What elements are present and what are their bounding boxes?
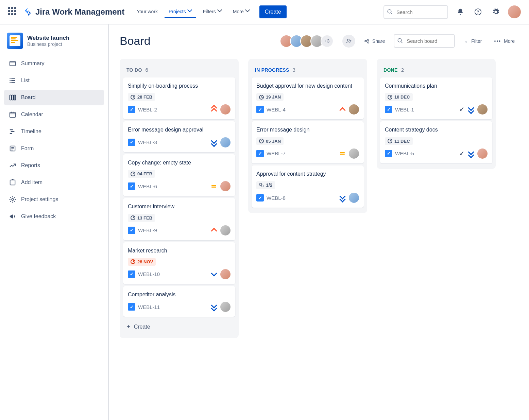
page-title: Board <box>120 34 151 48</box>
issue-card[interactable]: Approval for content strategy1/2WEBL-8 <box>252 165 364 208</box>
sidebar-item-list[interactable]: List <box>4 73 104 88</box>
issue-key: WEBL-3 <box>138 139 157 145</box>
assignee-avatar[interactable] <box>220 225 231 235</box>
card-title: Customer interview <box>128 203 231 210</box>
priority-lowest-icon <box>210 139 218 146</box>
assignee-avatar[interactable] <box>220 137 231 147</box>
sidebar-item-timeline[interactable]: Timeline <box>4 124 104 139</box>
sidebar-item-reports[interactable]: Reports <box>4 158 104 173</box>
issue-card[interactable]: Error message design05 JANWEBL-7 <box>252 121 364 163</box>
subtasks-chip: 1/2 <box>256 181 275 189</box>
column-header[interactable]: DONE 2 <box>380 62 492 77</box>
issue-card[interactable]: Customer interview13 FEBWEBL-9 <box>123 198 235 240</box>
assignee-avatar[interactable] <box>349 193 359 203</box>
issue-card[interactable]: Market research28 NOVWEBL-10 <box>123 242 235 284</box>
app-switcher-icon[interactable] <box>8 7 18 17</box>
issue-type-icon <box>128 106 135 113</box>
due-date-chip: 13 FEB <box>128 214 155 222</box>
svg-rect-12 <box>10 95 12 100</box>
priority-lowest-icon <box>210 303 218 311</box>
issue-card[interactable]: Content strategy docs11 DECWEBL-5✓ <box>380 121 492 163</box>
sidebar-item-calendar[interactable]: Calendar <box>4 107 104 122</box>
assignee-avatar[interactable] <box>220 302 231 312</box>
settings-icon[interactable] <box>490 6 501 17</box>
issue-card[interactable]: Simplify on-boarding process28 FEBWEBL-2 <box>123 77 235 119</box>
assignee-avatar[interactable] <box>349 104 359 115</box>
done-check-icon: ✓ <box>459 106 464 113</box>
user-avatar[interactable] <box>508 5 521 18</box>
subtask-icon <box>259 183 264 188</box>
more-button[interactable]: •••More <box>491 36 518 47</box>
sidebar-item-feedback[interactable]: Give feedback <box>4 209 104 224</box>
card-title: Market research <box>128 247 231 255</box>
add-item-icon <box>9 179 16 186</box>
assignee-avatar[interactable] <box>349 148 359 159</box>
filter-button[interactable]: Filter <box>460 36 485 47</box>
svg-point-9 <box>10 78 11 79</box>
nav-projects[interactable]: Projects <box>165 6 196 18</box>
project-icon <box>7 33 23 49</box>
issue-type-icon <box>256 194 264 202</box>
svg-line-37 <box>366 41 368 42</box>
priority-lowest-icon <box>467 106 475 113</box>
create-issue-button[interactable]: +Create <box>123 319 235 335</box>
assignee-avatar[interactable] <box>477 148 488 159</box>
assignee-avatar[interactable] <box>220 181 231 191</box>
clock-icon <box>259 139 264 143</box>
sidebar-item-add[interactable]: Add item <box>4 175 104 190</box>
share-icon <box>364 38 370 44</box>
issue-key: WEBL-9 <box>138 227 157 233</box>
avatar-overflow[interactable]: +3 <box>321 35 334 48</box>
clock-icon <box>388 139 392 143</box>
issue-card[interactable]: Competitor analysisWEBL-11 <box>123 286 235 317</box>
board-icon <box>9 94 16 101</box>
issue-card[interactable]: Copy change: empty state04 FEBWEBL-6 <box>123 154 235 196</box>
nav-your-work[interactable]: Your work <box>133 6 162 18</box>
due-date-chip: 28 FEB <box>128 93 155 101</box>
reports-icon <box>9 162 16 169</box>
board-members[interactable]: +3 <box>283 35 334 48</box>
svg-rect-4 <box>10 62 16 66</box>
global-search-input[interactable] <box>383 5 448 19</box>
share-button[interactable]: Share <box>361 36 388 47</box>
clock-icon <box>131 259 135 264</box>
clock-icon <box>131 95 135 100</box>
issue-key: WEBL-8 <box>267 195 286 201</box>
sidebar-item-settings[interactable]: Project settings <box>4 192 104 207</box>
nav-more[interactable]: More <box>229 6 254 18</box>
assignee-avatar[interactable] <box>220 104 231 115</box>
priority-highest-icon <box>210 106 218 113</box>
issue-key: WEBL-2 <box>138 107 157 112</box>
nav-filters[interactable]: Filters <box>199 6 226 18</box>
column-header[interactable]: IN PROGRESS 3 <box>252 62 364 77</box>
board-search[interactable] <box>394 34 455 48</box>
project-header[interactable]: Website launch Business project <box>4 33 104 54</box>
assignee-avatar[interactable] <box>477 104 488 115</box>
issue-card[interactable]: Budget approval for new design content19… <box>252 77 364 119</box>
sidebar-item-form[interactable]: Form <box>4 141 104 156</box>
priority-medium-icon <box>339 150 346 157</box>
sidebar-item-board[interactable]: Board <box>4 90 104 105</box>
megaphone-icon <box>9 213 16 220</box>
board-main: Board +3 Share Filter •••More <box>109 24 529 420</box>
chevron-down-icon <box>246 10 250 14</box>
product-logo[interactable]: Jira Work Management <box>23 7 124 17</box>
product-name: Jira Work Management <box>35 7 124 17</box>
priority-medium-icon <box>210 182 218 190</box>
sidebar-item-summary[interactable]: Summary <box>4 56 104 71</box>
notifications-icon[interactable] <box>455 6 466 17</box>
help-icon[interactable]: ? <box>473 6 483 17</box>
clock-icon <box>388 95 392 100</box>
issue-type-icon <box>128 227 135 234</box>
issue-card[interactable]: Error message design approvalWEBL-3 <box>123 121 235 152</box>
due-date-chip: 10 DEC <box>385 93 413 101</box>
create-button[interactable]: Create <box>259 5 287 18</box>
column-header[interactable]: TO DO 6 <box>123 62 235 77</box>
issue-key: WEBL-10 <box>138 271 160 277</box>
card-title: Content strategy docs <box>385 126 488 134</box>
done-check-icon: ✓ <box>459 150 464 157</box>
add-member-button[interactable] <box>342 35 355 48</box>
assignee-avatar[interactable] <box>220 269 231 279</box>
global-search[interactable] <box>383 5 448 19</box>
issue-card[interactable]: Communications plan10 DECWEBL-1✓ <box>380 77 492 119</box>
